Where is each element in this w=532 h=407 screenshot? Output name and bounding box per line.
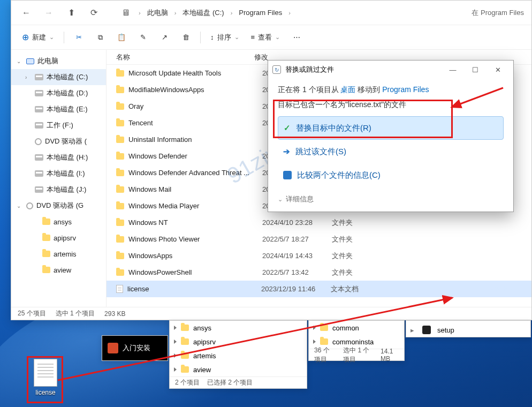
forward-button[interactable]: →	[39, 5, 58, 21]
option-compare[interactable]: 比较两个文件的信息(C)	[278, 163, 504, 187]
delete-button[interactable]: 🗑	[176, 29, 196, 46]
sidebar-drive[interactable]: 本地磁盘 (E:)	[11, 101, 106, 117]
disk-icon	[35, 122, 43, 129]
option-label: 比较两个文件的信息(C)	[297, 170, 381, 180]
cell-name: license	[127, 285, 261, 293]
folder-icon	[42, 235, 50, 241]
link-dest[interactable]: Program Files	[382, 85, 429, 94]
option-label: 跳过该文件(S)	[295, 147, 346, 157]
table-row[interactable]: WindowsApps2024/4/19 14:43文件夹	[107, 247, 531, 264]
sidebar-folder[interactable]: apipsrv	[11, 230, 106, 246]
sidebar-drive[interactable]: 本地磁盘 (J:)	[11, 182, 106, 198]
table-row[interactable]: Windows Photo Viewer2022/5/7 18:27文件夹	[107, 231, 531, 247]
sidebar-label: 本地磁盘 (I:)	[47, 169, 85, 178]
sidebar-label: 本地磁盘 (D:)	[47, 88, 88, 98]
breadcrumb[interactable]: Program Files	[235, 9, 285, 17]
back-button[interactable]: ←	[17, 5, 36, 21]
new-label: 新建	[32, 33, 46, 42]
arrow-icon: ➔	[283, 147, 290, 156]
cell-date: 2022/5/7 18:27	[262, 235, 332, 243]
dialog-titlebar: ↻ 替换或跳过文件 — ☐ ✕	[268, 61, 513, 79]
cut-button[interactable]: ✂	[69, 29, 89, 46]
sidebar-label: apipsrv	[54, 234, 76, 242]
check-icon: ✓	[284, 123, 291, 133]
folder-icon	[116, 269, 124, 276]
close-button[interactable]: ✕	[487, 62, 509, 77]
new-button[interactable]: ⊕新建⌄	[17, 29, 59, 46]
sidebar-drive[interactable]: 本地磁盘 (D:)	[11, 85, 106, 101]
address-bar: ← → ⬆ ⟳ 🖥 › 此电脑 › 本地磁盘 (C:) › Program Fi…	[11, 1, 531, 25]
option-replace[interactable]: ✓替换目标中的文件(R)	[278, 116, 504, 140]
column-name[interactable]: 名称	[116, 52, 254, 62]
paste-button[interactable]: 📋	[111, 29, 132, 46]
dvd-icon	[26, 202, 33, 209]
chevron-right-icon: ›	[288, 10, 291, 16]
folder-icon	[116, 137, 124, 143]
annotation-arrow	[444, 86, 508, 112]
folder-icon	[116, 170, 124, 176]
sidebar-drive[interactable]: 本地磁盘 (H:)	[11, 149, 106, 165]
toolbar: ⊕新建⌄ ✂ ⧉ 📋 ✎ ↗ 🗑 ↕ 排序 ⌄ ≡ 查看 ⌄ ⋯	[11, 25, 531, 50]
view-button[interactable]: ≡ 查看 ⌄	[246, 29, 286, 46]
sort-label: 排序	[217, 33, 231, 42]
link-source[interactable]: 桌面	[340, 85, 355, 94]
disk-icon	[35, 74, 43, 80]
rename-button[interactable]: ✎	[133, 29, 153, 46]
sidebar-folder[interactable]: aview	[11, 262, 106, 278]
table-row[interactable]: Windows NT2024/4/10 23:28文件夹	[107, 214, 531, 231]
compare-icon	[283, 171, 292, 179]
maximize-button[interactable]: ☐	[464, 62, 487, 77]
cell-type: 文本文档	[331, 284, 389, 294]
breadcrumb[interactable]: 此电脑	[144, 8, 171, 18]
folder-icon	[116, 186, 124, 193]
sidebar-label: 本地磁盘 (H:)	[47, 153, 88, 162]
sort-button[interactable]: ↕ 排序 ⌄	[205, 29, 245, 46]
option-label: 替换目标中的文件(R)	[296, 123, 371, 133]
replace-dialog: ↻ 替换或跳过文件 — ☐ ✕ 正在将 1 个项目从 桌面 移动到 Progra…	[268, 60, 514, 212]
disk-icon	[35, 154, 43, 161]
cell-name: Tencent	[128, 119, 262, 127]
sidebar-folder[interactable]: ansys	[11, 214, 106, 230]
sidebar-this-pc[interactable]: ⌄此电脑	[11, 53, 106, 69]
dialog-title: 替换或跳过文件	[285, 65, 334, 74]
sidebar-folder[interactable]: artemis	[11, 246, 106, 262]
cell-type: 文件夹	[332, 268, 390, 277]
folder-icon	[116, 120, 124, 126]
dialog-icon: ↻	[272, 65, 281, 74]
sidebar-dvd-expanded[interactable]: ⌄DVD 驱动器 (G	[11, 198, 106, 214]
share-button[interactable]: ↗	[154, 29, 174, 46]
cell-size: 294 KB	[389, 285, 531, 293]
sidebar-drive[interactable]: 工作 (F:)	[11, 117, 106, 133]
cell-date: 2024/4/10 23:28	[262, 218, 332, 227]
table-row[interactable]: WindowsPowerShell2022/5/7 13:42文件夹	[107, 264, 531, 281]
copy-button[interactable]: ⧉	[90, 29, 110, 46]
more-button[interactable]: ⋯	[286, 29, 307, 46]
sidebar-label: artemis	[54, 250, 77, 258]
desktop-icon-label: license	[35, 389, 55, 396]
cell-name: Microsoft Update Health Tools	[128, 69, 262, 77]
cell-name: Windows Defender Advanced Threat ...	[128, 169, 262, 177]
search-placeholder[interactable]: 在 Program Files	[472, 8, 526, 18]
minimize-button[interactable]: —	[442, 62, 464, 77]
disk-icon	[35, 106, 43, 112]
breadcrumb[interactable]: 本地磁盘 (C:)	[179, 8, 227, 18]
up-button[interactable]: ⬆	[62, 5, 81, 21]
chevron-right-icon: ›	[139, 10, 141, 16]
folder-icon	[116, 70, 124, 77]
cell-name: Uninstall Information	[128, 135, 262, 144]
folder-icon	[116, 253, 124, 259]
disk-icon	[35, 90, 43, 96]
cell-date: 2023/12/19 11:46	[261, 285, 331, 293]
sidebar-drive[interactable]: 本地磁盘 (I:)	[11, 165, 106, 182]
chevron-right-icon: ›	[231, 10, 233, 16]
folder-icon	[42, 267, 50, 273]
view-label: 查看	[258, 33, 272, 42]
option-skip[interactable]: ➔跳过该文件(S)	[278, 140, 504, 163]
sidebar-drive[interactable]: DVD 驱动器 (	[11, 133, 106, 149]
cell-type: 文件夹	[332, 235, 390, 244]
cell-date: 2022/5/7 13:42	[262, 268, 332, 276]
sidebar-drive[interactable]: ›本地磁盘 (C:)	[11, 69, 106, 85]
refresh-button[interactable]: ⟳	[84, 5, 103, 21]
dialog-details-toggle[interactable]: ⌄详细信息	[278, 194, 504, 204]
sidebar-label: 此电脑	[37, 56, 58, 66]
